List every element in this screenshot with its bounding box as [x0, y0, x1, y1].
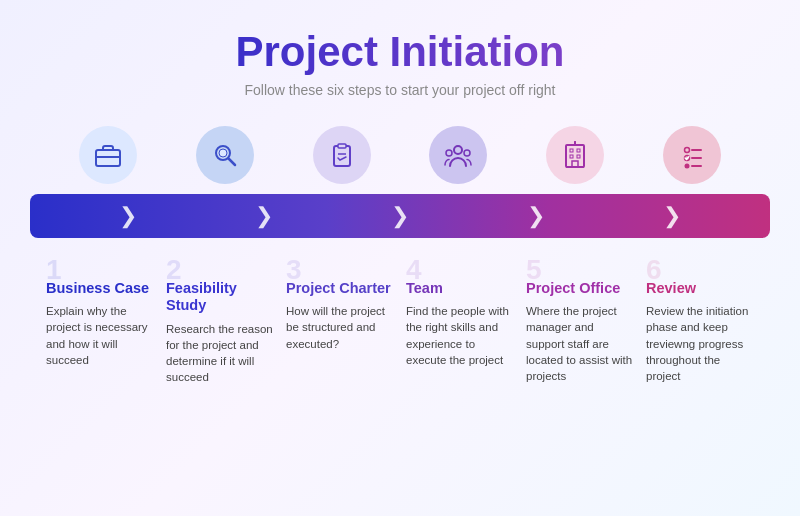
step-2: 2 Feasibility Study Research the reason … [160, 256, 280, 385]
review-icon [663, 126, 721, 184]
svg-point-10 [464, 150, 470, 156]
svg-rect-11 [566, 145, 584, 167]
svg-rect-12 [570, 149, 573, 152]
chevron-2: ❯ [255, 203, 273, 229]
step-2-desc: Research the reason for the project and … [166, 321, 274, 385]
svg-line-3 [228, 159, 235, 166]
svg-rect-15 [577, 155, 580, 158]
step-4-desc: Find the people with the right skills an… [406, 303, 514, 367]
step-1-desc: Explain why the project is necessary and… [46, 303, 154, 367]
svg-point-24 [684, 164, 689, 169]
page-container: Project Initiation Follow these six step… [0, 0, 800, 516]
page-title: Project Initiation [235, 28, 564, 76]
svg-rect-14 [570, 155, 573, 158]
step-3-number: 3 [286, 256, 394, 284]
progress-bar: ❯ ❯ ❯ ❯ ❯ [30, 194, 770, 238]
svg-point-19 [574, 141, 576, 143]
step-5-desc: Where the project manager and support st… [526, 303, 634, 383]
svg-point-9 [446, 150, 452, 156]
svg-rect-6 [338, 144, 346, 148]
team-icon [429, 126, 487, 184]
chevron-5: ❯ [663, 203, 681, 229]
step-4-number: 4 [406, 256, 514, 284]
svg-point-20 [684, 148, 689, 153]
steps-row: 1 Business Case Explain why the project … [30, 256, 770, 385]
step-6-desc: Review the initiation phase and keep tre… [646, 303, 754, 383]
svg-point-8 [454, 146, 462, 154]
svg-rect-5 [334, 146, 350, 166]
building-icon [546, 126, 604, 184]
step-6: 6 Review Review the initiation phase and… [640, 256, 760, 384]
svg-point-4 [219, 149, 227, 157]
step-6-number: 6 [646, 256, 754, 284]
step-4: 4 Team Find the people with the right sk… [400, 256, 520, 368]
search-icon [196, 126, 254, 184]
chevron-1: ❯ [119, 203, 137, 229]
briefcase-icon [79, 126, 137, 184]
step-5-number: 5 [526, 256, 634, 284]
step-5: 5 Project Office Where the project manag… [520, 256, 640, 384]
step-2-number: 2 [166, 256, 274, 284]
step-1-number: 1 [46, 256, 154, 284]
step-2-title: Feasibility Study [166, 280, 274, 315]
step-1: 1 Business Case Explain why the project … [40, 256, 160, 368]
page-subtitle: Follow these six steps to start your pro… [245, 82, 556, 98]
clipboard-icon [313, 126, 371, 184]
step-3-desc: How will the project be structured and e… [286, 303, 394, 351]
svg-rect-13 [577, 149, 580, 152]
chevron-4: ❯ [527, 203, 545, 229]
step-3: 3 Project Charter How will the project b… [280, 256, 400, 352]
chevron-3: ❯ [391, 203, 409, 229]
icons-row [30, 126, 770, 184]
